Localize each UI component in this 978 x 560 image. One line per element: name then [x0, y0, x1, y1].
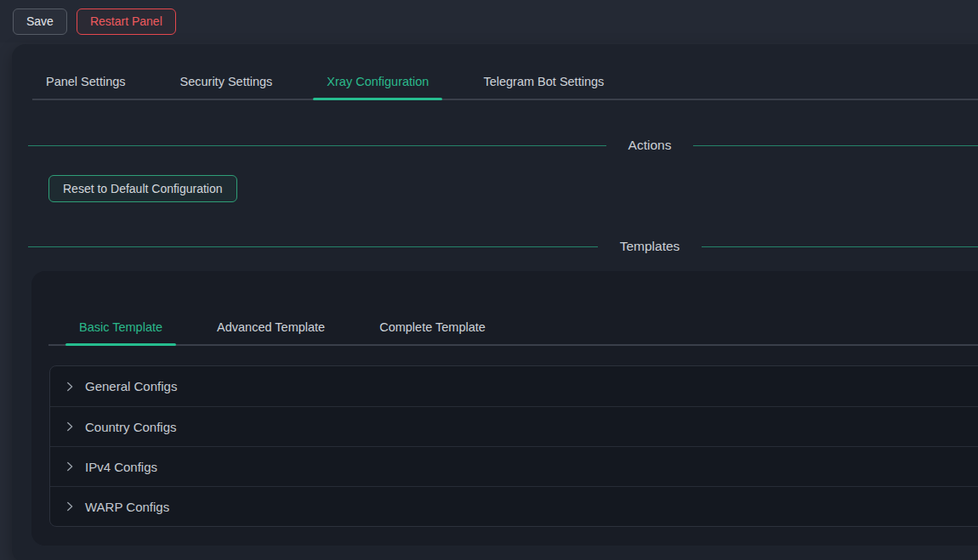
config-accordion: General Configs Country Configs IPv4 Con…	[49, 365, 978, 527]
tab-advanced-template[interactable]: Advanced Template	[203, 310, 338, 344]
save-button[interactable]: Save	[13, 8, 67, 35]
chevron-right-icon	[65, 421, 75, 432]
accordion-row-general-configs[interactable]: General Configs	[50, 366, 978, 406]
topbar: Save Restart Panel	[0, 0, 978, 42]
tab-telegram-bot-settings[interactable]: Telegram Bot Settings	[469, 65, 617, 99]
accordion-row-label: WARP Configs	[85, 500, 169, 514]
chevron-right-icon	[65, 382, 75, 392]
accordion-row-label: Country Configs	[85, 420, 177, 434]
accordion-row-label: General Configs	[85, 379, 177, 393]
accordion-row-label: IPv4 Configs	[85, 460, 157, 474]
tab-security-settings[interactable]: Security Settings	[167, 65, 287, 99]
templates-divider-label: Templates	[598, 239, 702, 254]
actions-divider-label: Actions	[606, 138, 694, 153]
restart-panel-button[interactable]: Restart Panel	[77, 8, 176, 35]
templates-divider: Templates	[28, 237, 978, 256]
tab-complete-template[interactable]: Complete Template	[366, 310, 499, 344]
chevron-right-icon	[65, 501, 75, 512]
chevron-right-icon	[65, 461, 75, 472]
main-tab-bar: Panel Settings Security Settings Xray Co…	[32, 65, 978, 100]
tab-panel-settings[interactable]: Panel Settings	[32, 65, 139, 99]
accordion-row-ipv4-configs[interactable]: IPv4 Configs	[50, 446, 978, 486]
reset-to-default-button[interactable]: Reset to Default Configuration	[48, 175, 237, 202]
actions-divider: Actions	[28, 136, 978, 155]
accordion-row-warp-configs[interactable]: WARP Configs	[50, 486, 978, 526]
tab-basic-template[interactable]: Basic Template	[65, 310, 176, 344]
templates-card: Basic Template Advanced Template Complet…	[31, 271, 978, 546]
accordion-row-country-configs[interactable]: Country Configs	[50, 406, 978, 446]
tab-xray-configuration[interactable]: Xray Configuration	[313, 65, 442, 99]
template-tab-bar: Basic Template Advanced Template Complet…	[48, 310, 978, 346]
settings-card: Panel Settings Security Settings Xray Co…	[12, 44, 978, 560]
